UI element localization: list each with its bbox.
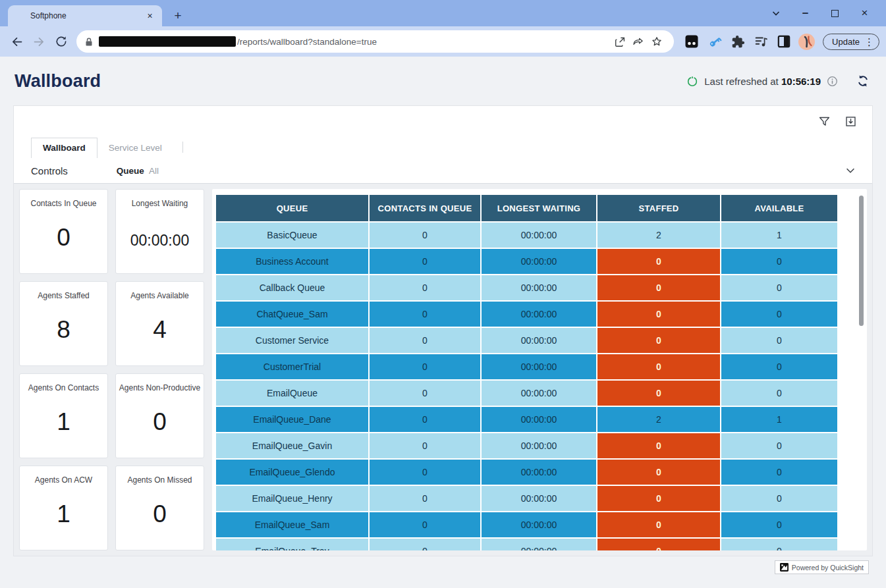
table-header-cell[interactable]: AVAILABLE bbox=[721, 195, 837, 221]
page-title: Wallboard bbox=[14, 71, 101, 92]
staffed-cell: 0 bbox=[597, 433, 720, 458]
reload-button[interactable] bbox=[51, 32, 71, 51]
browser-window: Softphone × + – × /reports/wal bbox=[0, 0, 886, 588]
contacts-in-queue-cell: 0 bbox=[370, 433, 480, 458]
extensions-row bbox=[683, 33, 815, 50]
new-tab-button[interactable]: + bbox=[170, 8, 186, 24]
table-header-cell[interactable]: QUEUE bbox=[216, 195, 368, 221]
staffed-cell: 0 bbox=[597, 354, 720, 379]
browser-menu-kebab-icon[interactable]: ⋮ bbox=[864, 37, 874, 47]
maximize-icon bbox=[831, 10, 839, 17]
table-scrollbar[interactable] bbox=[859, 196, 864, 326]
maximize-button[interactable] bbox=[820, 0, 850, 26]
longest-waiting-cell: 00:00:00 bbox=[482, 433, 596, 458]
window-close-button[interactable]: × bbox=[850, 0, 879, 26]
kpi-value: 8 bbox=[57, 316, 70, 344]
profile-avatar[interactable] bbox=[798, 34, 815, 50]
staffed-cell: 0 bbox=[597, 328, 720, 353]
staffed-cell: 0 bbox=[597, 512, 720, 537]
staffed-cell: 0 bbox=[597, 381, 720, 406]
extensions-puzzle-icon[interactable] bbox=[729, 33, 746, 50]
update-label: Update bbox=[832, 37, 860, 47]
table-header-cell[interactable]: CONTACTS IN QUEUE bbox=[370, 195, 480, 221]
bookmark-star-icon[interactable] bbox=[648, 32, 666, 51]
export-icon[interactable] bbox=[843, 114, 858, 128]
tab-search-chevron-icon[interactable] bbox=[761, 0, 790, 26]
kpi-value: 1 bbox=[57, 408, 70, 436]
mask-extension-icon[interactable] bbox=[683, 33, 700, 50]
longest-waiting-cell: 00:00:00 bbox=[482, 512, 596, 537]
browser-toolbar: /reports/wallboard?standalone=true bbox=[0, 26, 886, 57]
queue-cell: EmailQueue_Glendo bbox=[216, 460, 368, 485]
staffed-cell: 0 bbox=[597, 302, 720, 327]
page-header: Wallboard Last refreshed at 10:56:19 bbox=[0, 57, 886, 105]
contacts-in-queue-cell: 0 bbox=[370, 328, 480, 353]
kpi-label: Agents Non-Productive bbox=[119, 383, 200, 392]
browser-titlebar: Softphone × + – × bbox=[0, 0, 886, 26]
minimize-button[interactable]: – bbox=[790, 0, 820, 26]
contacts-in-queue-cell: 0 bbox=[370, 539, 480, 550]
controls-collapse-chevron-icon[interactable] bbox=[844, 165, 856, 176]
filter-icon[interactable] bbox=[817, 114, 831, 128]
forward-button[interactable] bbox=[29, 32, 49, 51]
kpi-card: Agents Non-Productive 0 bbox=[115, 373, 204, 458]
available-cell: 0 bbox=[721, 302, 837, 327]
info-icon[interactable] bbox=[827, 76, 838, 87]
contacts-in-queue-cell: 0 bbox=[370, 354, 480, 379]
available-cell: 0 bbox=[721, 381, 837, 406]
redacted-domain bbox=[99, 36, 236, 47]
contacts-in-queue-cell: 0 bbox=[370, 407, 480, 432]
controls-bar: Controls Queue All bbox=[14, 158, 872, 184]
kpi-card: Agents Available 4 bbox=[115, 281, 204, 366]
url-path-text: /reports/wallboard?standalone=true bbox=[237, 37, 611, 47]
table-header-cell[interactable]: LONGEST WAITING bbox=[482, 195, 596, 221]
back-button[interactable] bbox=[7, 32, 26, 51]
refresh-status: Last refreshed at 10:56:19 bbox=[686, 72, 872, 90]
playlist-extension-icon[interactable] bbox=[752, 33, 769, 50]
kpi-value: 00:00:00 bbox=[130, 232, 190, 250]
dashboard-panel: Wallboard Service Level Controls Queue A… bbox=[13, 105, 873, 556]
browser-tab-title: Softphone bbox=[30, 11, 144, 20]
kpi-value: 1 bbox=[57, 500, 70, 528]
url-bar[interactable]: /reports/wallboard?standalone=true bbox=[76, 30, 674, 53]
queue-filter-value[interactable]: All bbox=[149, 166, 159, 176]
longest-waiting-cell: 00:00:00 bbox=[482, 381, 596, 406]
kpi-value: 4 bbox=[153, 316, 167, 344]
dashboard-toolbar bbox=[14, 106, 872, 136]
kpi-card: Agents On Missed 0 bbox=[115, 466, 204, 550]
available-cell: 0 bbox=[721, 249, 837, 274]
kpi-card: Contacts In Queue 0 bbox=[19, 189, 108, 274]
longest-waiting-cell: 00:00:00 bbox=[482, 302, 596, 327]
refresh-button[interactable] bbox=[854, 72, 872, 90]
staffed-cell: 0 bbox=[597, 539, 720, 550]
dashboard-sheet: Contacts In Queue 0 Longest Waiting 00:0… bbox=[14, 184, 872, 556]
available-cell: 0 bbox=[721, 539, 837, 550]
tab-wallboard[interactable]: Wallboard bbox=[31, 138, 97, 158]
contacts-in-queue-cell: 0 bbox=[370, 512, 480, 537]
staffed-cell: 0 bbox=[597, 486, 720, 511]
queue-cell: EmailQueue_Trey bbox=[216, 539, 368, 550]
open-in-new-icon[interactable] bbox=[611, 32, 629, 51]
share-icon[interactable] bbox=[629, 32, 648, 51]
update-button[interactable]: Update ⋮ bbox=[823, 34, 879, 50]
table-header-cell[interactable]: STAFFED bbox=[597, 195, 720, 221]
queue-cell: EmailQueue_Henry bbox=[216, 486, 368, 511]
contacts-in-queue-cell: 0 bbox=[370, 275, 480, 300]
window-controls: – × bbox=[761, 0, 879, 26]
tab-close-icon[interactable]: × bbox=[144, 11, 155, 22]
lock-icon bbox=[84, 37, 94, 47]
kpi-card: Longest Waiting 00:00:00 bbox=[115, 189, 204, 274]
staffed-cell: 2 bbox=[597, 223, 720, 248]
queue-cell: Customer Service bbox=[216, 328, 368, 353]
longest-waiting-cell: 00:00:00 bbox=[482, 486, 596, 511]
queue-cell: EmailQueue_Sam bbox=[216, 512, 368, 537]
quicksight-logo-icon bbox=[780, 563, 789, 572]
contrast-extension-icon[interactable] bbox=[775, 33, 792, 50]
tab-service-level[interactable]: Service Level bbox=[97, 138, 173, 158]
longest-waiting-cell: 00:00:00 bbox=[482, 249, 596, 274]
available-cell: 0 bbox=[721, 328, 837, 353]
key-extension-icon[interactable] bbox=[706, 33, 723, 50]
browser-tab[interactable]: Softphone × bbox=[8, 5, 162, 26]
sheet-tabbar: Wallboard Service Level bbox=[14, 136, 872, 158]
queue-table: QUEUECONTACTS IN QUEUELONGEST WAITINGSTA… bbox=[216, 195, 851, 550]
